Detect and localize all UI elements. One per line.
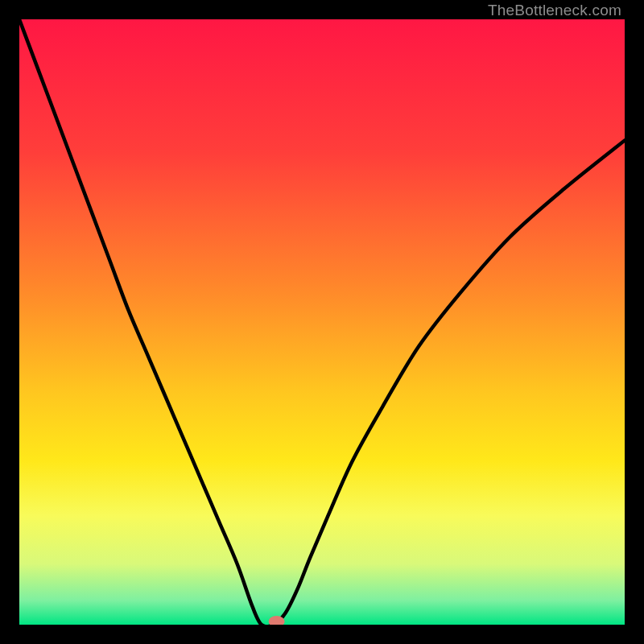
bottleneck-chart (19, 19, 625, 625)
watermark-text: TheBottleneck.com (488, 2, 621, 19)
chart-frame (19, 19, 625, 625)
